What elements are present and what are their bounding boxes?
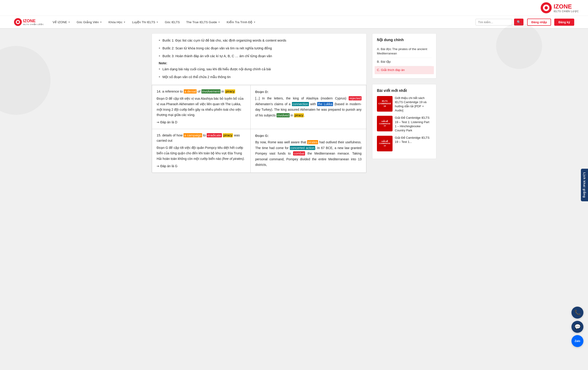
highlight-denial: a denial — [184, 89, 197, 94]
content-area: • Bước 1: Đọc list các cụm từ đề bài cho… — [152, 33, 367, 173]
highlight-involvement: involvement — [201, 89, 220, 94]
latest-title: Bài viết mới nhất — [377, 88, 431, 93]
chevron-down-icon: ▼ — [156, 21, 158, 23]
latest-thumb-2: GIẢI ĐỀ CAMBRIDGE 19 — [377, 116, 393, 131]
chevron-down-icon: ▼ — [253, 21, 256, 23]
toc-title: Nội dung chính — [377, 38, 431, 42]
latest-item-1[interactable]: IELTS CAMBRIDGE 19 Giới thiệu chi tiết s… — [377, 96, 431, 113]
toc-item-a[interactable]: A. Bài đọc The pirates of the ancient Me… — [377, 45, 431, 58]
bullet-icon: • — [159, 46, 160, 51]
search-button[interactable]: 🔍 — [514, 19, 524, 25]
navbar: IZONE IELTS CHIẾN LƯỢC Về IZONE ▼ Góc Gi… — [0, 16, 588, 29]
latest-item-3[interactable]: GIẢI ĐỀ CAMBRIDGE 19 Giải Đề Cambridge I… — [377, 136, 431, 151]
register-button[interactable]: Đăng ký — [554, 19, 574, 26]
nav-logo[interactable]: IZONE IELTS CHIẾN LƯỢC — [14, 18, 44, 26]
highlight-concerted-action: concerted action — [290, 146, 315, 150]
latest-thumb-3: GIẢI ĐỀ CAMBRIDGE 19 — [377, 136, 393, 151]
answer-table: 14. a reference to a denial of involveme… — [152, 85, 366, 173]
latest-item-2[interactable]: GIẢI ĐỀ CAMBRIDGE 19 Giải Đề Cambridge I… — [377, 116, 431, 133]
bullet-icon: • — [159, 75, 160, 80]
chevron-down-icon: ▼ — [218, 21, 220, 23]
highlight-connection: connection — [292, 102, 309, 106]
answer-14: ⇒ Đáp án là D — [157, 120, 246, 125]
step-item-2: • Bước 2: Scan từ khóa trong các đoạn vă… — [159, 46, 359, 51]
zalo-contact-button[interactable]: Zalo — [571, 335, 583, 347]
bullet-icon: • — [159, 67, 160, 72]
step-item-1: • Bước 1: Đọc list các cụm từ đề bài cho… — [159, 38, 359, 43]
nav-item-goc-ielts[interactable]: Góc IELTS — [162, 16, 183, 29]
highlight-combat: combat — [293, 151, 305, 156]
nav-logo-icon — [14, 18, 22, 26]
highlight-piracy-p14: piracy — [294, 113, 304, 117]
latest-title-1: Giới thiệu chi tiết sách IELTS Cambridge… — [395, 96, 431, 113]
nav-search: 🔍 Đăng nhập Đăng ký — [475, 19, 574, 26]
zalo-icon: Zalo — [575, 339, 580, 343]
chevron-down-icon: ▼ — [68, 21, 70, 23]
question-text-14: 14. a reference to a denial of involveme… — [157, 89, 246, 94]
note-label: Note: — [159, 61, 359, 65]
step-item-3: • Bước 3: Hoàn thành đáp án với các kí t… — [159, 54, 359, 59]
sidebar: Nội dung chính A. Bài đọc The pirates of… — [372, 33, 436, 173]
nav-menu: Về IZONE ▼ Góc Giảng Viên ▼ Khóa Học ▼ L… — [49, 16, 476, 29]
passage-text-15: By now, Rome was well aware that pirates… — [255, 139, 362, 168]
explanation-15: Đoạn G đề cập tới việc đội quân Pompcy t… — [157, 145, 246, 161]
passage-cell-14: Đoạn D: [...] In the letters, the king o… — [251, 85, 366, 129]
highlight-involved: involved — [277, 113, 290, 117]
nav-item-khoa-hoc[interactable]: Khóa Học ▼ — [105, 16, 129, 29]
nav-logo-text: IZONE IELTS CHIẾN LƯỢC — [23, 19, 44, 25]
steps-section: • Bước 1: Đọc list các cụm từ đề bài cho… — [152, 33, 366, 85]
phone-contact-button[interactable]: 📞 — [571, 307, 583, 318]
nav-item-goc-giang-vien[interactable]: Góc Giảng Viên ▼ — [74, 16, 105, 29]
search-input[interactable] — [475, 19, 512, 25]
bullet-icon: • — [159, 54, 160, 59]
highlight-eradicate: eradicate — [207, 133, 222, 137]
explanation-14: Đoạn D đề cập tới việc vị vua Alashiya b… — [157, 96, 246, 118]
top-bar: IZONE IELTS CHIẾN LƯỢC — [0, 0, 588, 16]
italic-free-of-pirates: (free of pirates). — [222, 157, 245, 160]
note-item-1: • Làm dạng bài này cuối cùng, sau khi đã… — [159, 67, 359, 72]
highlight-piracy-q15: piracy — [223, 133, 233, 137]
nav-item-ve-izone[interactable]: Về IZONE ▼ — [49, 16, 74, 29]
highlight-rejected: rejected — [349, 96, 362, 100]
passage-label-15: Đoạn G: — [255, 133, 362, 139]
nav-item-luyen-thi-ielts[interactable]: Luyện Thi IELTS ▼ — [129, 16, 162, 29]
question-text-15: 15. details of how a campaign to eradica… — [157, 133, 246, 143]
floating-contacts: 📞 💬 Zalo — [571, 307, 583, 347]
highlight-the-lukka: the Lukka — [317, 102, 333, 106]
izone-logo-icon — [540, 2, 552, 14]
phone-icon: 📞 — [575, 310, 581, 316]
question-cell-14: 14. a reference to a denial of involveme… — [152, 85, 251, 129]
main-wrapper: • Bước 1: Đọc list các cụm từ đề bài cho… — [145, 29, 443, 178]
chat-icon: 💬 — [575, 324, 581, 330]
nav-item-true-ielts-guide[interactable]: The True IELTS Guide ▼ — [183, 16, 223, 29]
top-logo: IZONE IELTS CHIẾN LƯỢC — [540, 2, 579, 14]
passage-label-14: Đoạn D: — [255, 89, 362, 95]
svg-point-2 — [545, 6, 548, 10]
passage-cell-15: Đoạn G: By now, Rome was well aware that… — [251, 129, 366, 173]
latest-title-3: Giải Đề Cambridge IELTS 19 – Test 1... — [395, 136, 431, 151]
sidebar-latest: Bài viết mới nhất IELTS CAMBRIDGE 19 Giớ… — [372, 84, 436, 159]
login-button[interactable]: Đăng nhập — [527, 19, 551, 26]
latest-title-2: Giải Đề Cambridge IELTS 19 – Test 1: Lis… — [395, 116, 431, 133]
highlight-pirates-p15: pirates — [307, 140, 318, 144]
highlight-a-campaign: a campaign — [184, 133, 202, 137]
note-item-2: • Một số đoạn văn có thể chứa 2 mẫu thôn… — [159, 75, 359, 80]
table-row: 15. details of how a campaign to eradica… — [152, 129, 366, 173]
sidebar-toc: Nội dung chính A. Bài đọc The pirates of… — [372, 33, 436, 79]
table-row: 14. a reference to a denial of involveme… — [152, 85, 366, 129]
bullet-icon: • — [159, 38, 160, 43]
toc-item-c[interactable]: C. Giải thích đáp án — [375, 66, 434, 74]
svg-point-5 — [17, 21, 19, 23]
toc-item-b[interactable]: B. Bài tập — [377, 58, 431, 66]
latest-thumb-1: IELTS CAMBRIDGE 19 — [377, 96, 393, 112]
nav-item-kiem-tra-trinh-do[interactable]: Kiểm Tra Trình Độ ▼ — [223, 16, 259, 29]
chat-contact-button[interactable]: 💬 — [571, 321, 583, 333]
chevron-down-icon: ▼ — [100, 21, 102, 23]
highlight-piracy-q14: piracy — [225, 89, 235, 94]
top-logo-text: IZONE IELTS CHIẾN LƯỢC — [554, 3, 579, 13]
search-icon: 🔍 — [517, 20, 521, 24]
chevron-down-icon: ▼ — [123, 21, 126, 23]
passage-text-14: [...] In the letters, the king of Alashi… — [255, 95, 362, 118]
floating-tab[interactable]: Lịch khai giảng — [581, 169, 588, 201]
question-cell-15: 15. details of how a campaign to eradica… — [152, 129, 251, 173]
